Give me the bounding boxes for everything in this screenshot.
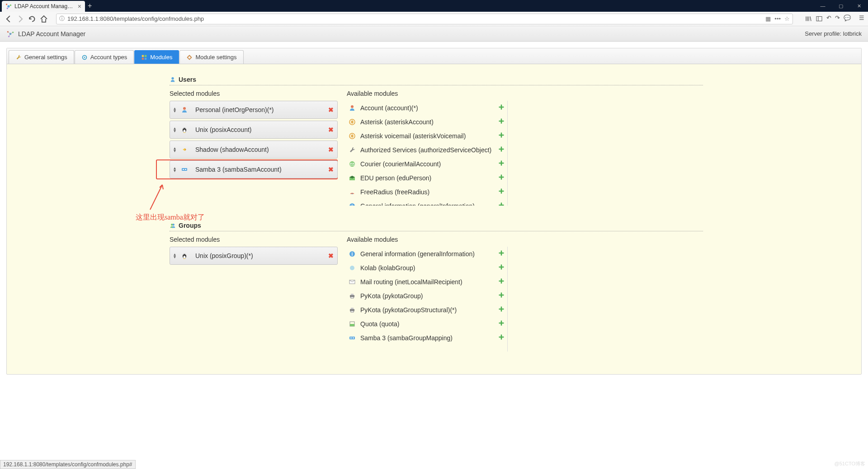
wrench-icon [15, 54, 22, 61]
svg-point-42 [185, 254, 186, 255]
add-module-icon[interactable] [498, 250, 505, 258]
add-module-icon[interactable] [498, 132, 505, 140]
available-module-item: FreeRadius (freeRadius) [347, 185, 507, 199]
tab-modules[interactable]: Modules [134, 50, 179, 64]
add-module-icon[interactable] [498, 334, 505, 342]
module-label: Account (account)(*) [360, 104, 498, 112]
available-module-item: EDU person (eduPerson) [347, 171, 507, 185]
svg-rect-51 [351, 308, 354, 309]
users-available-list[interactable]: Account (account)(*)Asterisk (asteriskAc… [347, 101, 508, 206]
back-button[interactable] [4, 14, 14, 24]
add-module-icon[interactable] [498, 146, 505, 154]
available-module-item: Samba 3 (sambaGroupMapping) [347, 331, 507, 345]
selected-module-item[interactable]: ▴▾Personal (inetOrgPerson)(*)✖ [170, 101, 338, 119]
svg-rect-28 [185, 169, 186, 170]
available-modules-label: Available modules [347, 236, 703, 243]
selected-module-item[interactable]: ▴▾Shadow (shadowAccount)✖ [170, 141, 338, 159]
undo-icon[interactable]: ↶ [826, 14, 831, 23]
new-tab-button[interactable]: + [88, 2, 92, 10]
add-module-icon[interactable] [498, 202, 505, 206]
add-module-icon[interactable] [498, 104, 505, 112]
reload-button[interactable] [27, 14, 37, 24]
svg-point-14 [84, 56, 85, 58]
tab-account-types[interactable]: Account types [75, 50, 134, 64]
redo-icon[interactable]: ↷ [835, 14, 840, 23]
tab-general-settings[interactable]: General settings [9, 50, 74, 64]
module-icon [181, 126, 188, 133]
chat-icon[interactable]: 💬 [844, 14, 851, 23]
bookmark-icon[interactable]: ☆ [784, 15, 790, 22]
close-window-button[interactable]: ✕ [850, 3, 868, 9]
module-label: Asterisk voicemail (asteriskVoicemail) [360, 132, 498, 140]
qr-icon[interactable]: ▦ [765, 15, 771, 22]
add-module-icon[interactable] [498, 264, 505, 272]
info-icon[interactable]: ⓘ [59, 15, 65, 23]
module-icon: i [349, 250, 356, 258]
module-icon [349, 278, 356, 286]
module-label: Authorized Services (authorizedServiceOb… [360, 146, 498, 154]
module-label: PyKota (pykotaGroup) [360, 292, 498, 300]
more-actions-icon[interactable]: ••• [774, 15, 781, 22]
drag-handle-icon[interactable]: ▴▾ [172, 107, 177, 113]
svg-rect-17 [142, 57, 144, 59]
forward-button[interactable] [15, 14, 25, 24]
selected-module-item[interactable]: ▴▾Samba 3 (sambaSamAccount)✖ [170, 160, 338, 178]
remove-module-icon[interactable]: ✖ [328, 146, 334, 153]
modules-icon [141, 54, 147, 61]
tab-close-icon[interactable]: × [78, 3, 81, 10]
available-module-item: Mail routing (inetLocalMailRecipient) [347, 275, 507, 289]
url-bar[interactable]: ⓘ 192.168.1.1:8080/templates/config/conf… [56, 14, 793, 24]
add-module-icon[interactable] [498, 292, 505, 300]
library-icon[interactable] [805, 14, 812, 23]
module-icon [349, 320, 356, 328]
remove-module-icon[interactable]: ✖ [328, 106, 334, 113]
module-icon [181, 146, 188, 153]
add-module-icon[interactable] [498, 174, 505, 182]
add-module-icon[interactable] [498, 320, 505, 328]
module-label: Personal (inetOrgPerson)(*) [195, 106, 328, 113]
svg-rect-26 [182, 168, 187, 171]
selected-module-item[interactable]: ▴▾Unix (posixGroup)(*)✖ [170, 247, 338, 265]
browser-tab[interactable]: LDAP Account Manager Con × [2, 1, 85, 12]
remove-module-icon[interactable]: ✖ [328, 252, 334, 259]
available-module-item: Account (account)(*) [347, 101, 507, 115]
maximize-button[interactable]: ▢ [832, 3, 850, 9]
remove-module-icon[interactable]: ✖ [328, 126, 334, 133]
minimize-button[interactable]: — [814, 3, 832, 9]
menu-icon[interactable]: ☰ [859, 14, 864, 23]
groups-available-list[interactable]: iGeneral information (generalInformation… [347, 247, 508, 352]
module-icon [349, 264, 356, 272]
module-label: Kolab (kolabGroup) [360, 264, 498, 272]
home-button[interactable] [39, 14, 49, 24]
svg-point-0 [7, 5, 9, 7]
selected-modules-label: Selected modules [170, 236, 347, 243]
add-module-icon[interactable] [498, 306, 505, 314]
module-icon [181, 166, 188, 173]
annotation-text: 这里出现samba就对了 [136, 213, 205, 222]
add-module-icon[interactable] [498, 278, 505, 286]
drag-handle-icon[interactable]: ▴▾ [172, 127, 177, 132]
available-module-item: iGeneral information (generalInformation… [347, 199, 507, 206]
tab-module-settings[interactable]: Module settings [179, 50, 243, 64]
add-module-icon[interactable] [498, 160, 505, 168]
drag-handle-icon[interactable]: ▴▾ [172, 147, 177, 152]
selected-module-item[interactable]: ▴▾Unix (posixAccount)✖ [170, 121, 338, 139]
groups-selected-list: ▴▾Unix (posixGroup)(*)✖ [170, 247, 338, 352]
module-icon [349, 132, 356, 140]
users-selected-list: 这里出现samba就对了 ▴▾Personal (inetOrgPerson)(… [170, 101, 338, 206]
add-module-icon[interactable] [498, 118, 505, 126]
module-icon [349, 334, 356, 342]
svg-rect-15 [142, 55, 144, 56]
remove-module-icon[interactable]: ✖ [328, 166, 334, 173]
module-label: FreeRadius (freeRadius) [360, 188, 498, 196]
module-icon [349, 160, 356, 168]
module-icon: i [349, 202, 356, 206]
available-module-item: Quota (quota) [347, 317, 507, 331]
svg-point-34 [352, 193, 353, 194]
sidebar-icon[interactable] [816, 14, 823, 23]
drag-handle-icon[interactable]: ▴▾ [172, 253, 177, 258]
add-module-icon[interactable] [498, 188, 505, 196]
drag-handle-icon[interactable]: ▴▾ [172, 167, 177, 172]
svg-text:i: i [352, 204, 353, 206]
available-module-item: Kolab (kolabGroup) [347, 261, 507, 275]
